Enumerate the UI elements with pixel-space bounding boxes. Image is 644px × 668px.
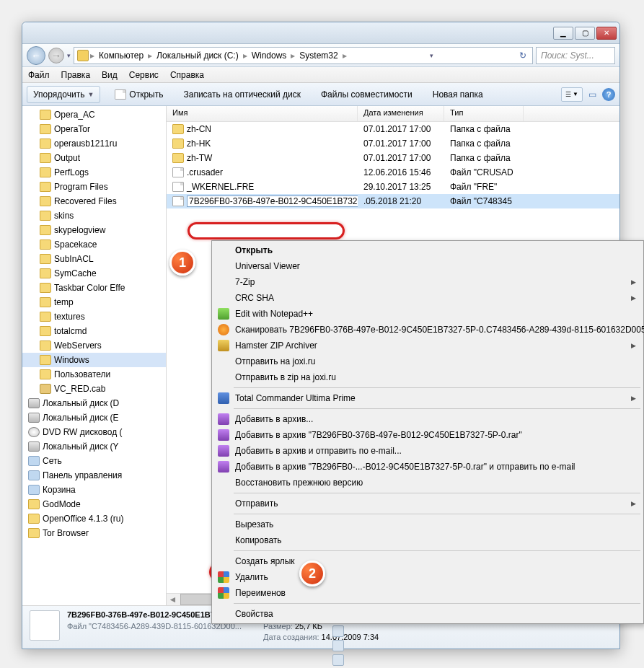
context-menu: ОткрытьUniversal Viewer7-Zip▶CRC SHA▶Edi… (211, 240, 644, 624)
context-menu-item[interactable]: 7-Zip▶ (213, 274, 642, 290)
organize-button[interactable]: Упорядочить▼ (27, 86, 100, 103)
file-name: _WKERNEL.FRE (187, 182, 254, 192)
help-button[interactable]: ? (602, 88, 615, 101)
col-name[interactable]: Имя (167, 106, 358, 121)
menu-edit[interactable]: Правка (61, 70, 91, 80)
context-menu-item[interactable]: Отправить на joxi.ru (213, 353, 642, 369)
tree-item[interactable]: skypelogview (22, 223, 166, 237)
tree-item[interactable]: DVD RW дисковод ( (22, 425, 166, 439)
file-row[interactable]: zh-CN07.01.2017 17:00Папка с файла (167, 122, 619, 136)
context-menu-item[interactable]: Открыть (213, 242, 642, 258)
nav-bar: ← → ▾ ▸ Компьютер ▸ Локальный диск (C:) … (22, 44, 619, 67)
file-row[interactable]: zh-TW07.01.2017 17:00Папка с файла (167, 151, 619, 165)
tree-item[interactable]: OpenOffice 4.1.3 (ru) (22, 511, 166, 526)
tree-item[interactable]: PerfLogs (22, 165, 166, 180)
context-menu-item[interactable]: Добавить в архив "7B296FB0-376B-497e-B01… (213, 427, 642, 443)
tree-item[interactable]: Opera_AC (22, 107, 166, 122)
breadcrumb-item[interactable]: Компьютер (96, 50, 146, 61)
context-menu-item[interactable]: Добавить в архив и отправить по e-mail..… (213, 443, 642, 459)
search-input[interactable]: Поиск: Syst... (536, 47, 615, 64)
newfolder-button[interactable]: Новая папка (427, 87, 489, 102)
back-button[interactable]: ← (27, 46, 45, 65)
view-mode-button[interactable]: ☰▼ (561, 87, 583, 102)
tree-item[interactable]: WebServers (22, 338, 166, 353)
file-row[interactable]: 7B296FB0-376B-497e-B012-9C450E1B732....0… (167, 194, 619, 208)
menu-help[interactable]: Справка (170, 70, 204, 80)
tree-item[interactable]: SubInACL (22, 252, 166, 266)
file-row[interactable]: zh-HK07.01.2017 17:00Папка с файла (167, 136, 619, 151)
breadcrumb-item[interactable]: Локальный диск (C:) (154, 50, 242, 61)
breadcrumb-dropdown[interactable]: ▾ (430, 52, 433, 59)
tree-item[interactable]: Локальный диск (E (22, 410, 166, 425)
col-type[interactable]: Тип (444, 106, 524, 121)
scroll-left-button[interactable]: ◄ (167, 594, 179, 605)
context-menu-item[interactable]: Свойства (213, 606, 642, 622)
context-menu-item[interactable]: Universal Viewer (213, 258, 642, 274)
menu-item-label: Добавить в архив и отправить по e-mail..… (235, 446, 402, 456)
tree-item[interactable]: Tor Browser (22, 526, 166, 540)
context-menu-item[interactable]: Hamster ZIP Archiver▶ (213, 338, 642, 353)
context-menu-item[interactable]: Вырезать (213, 517, 642, 532)
tree-item[interactable]: Локальный диск (D (22, 396, 166, 410)
context-menu-item[interactable]: Восстановить прежнюю версию (213, 475, 642, 491)
compat-button[interactable]: Файлы совместимости (315, 87, 418, 102)
forward-button[interactable]: → (48, 48, 64, 63)
breadcrumb[interactable]: ▸ Компьютер ▸ Локальный диск (C:) ▸ Wind… (74, 47, 533, 64)
tree-item[interactable]: Сеть (22, 454, 166, 468)
rar-icon (218, 413, 229, 425)
folder-icon (40, 211, 51, 221)
minimize-button[interactable]: ▁ (553, 27, 573, 40)
tree-item[interactable]: Output (22, 151, 166, 165)
tree-item[interactable]: OperaTor (22, 122, 166, 136)
context-menu-item[interactable]: Добавить в архив... (213, 411, 642, 427)
open-button[interactable]: Открыть (109, 87, 169, 102)
menu-view[interactable]: Вид (102, 70, 118, 80)
folder-icon (40, 239, 51, 250)
col-date[interactable]: Дата изменения (358, 106, 444, 121)
tree-item[interactable]: GodMode (22, 497, 166, 511)
net-icon (28, 485, 40, 495)
nav-history-dropdown[interactable]: ▾ (67, 52, 71, 59)
tree-item[interactable]: Taskbar Color Effe (22, 281, 166, 295)
tree-item[interactable]: totalcmd (22, 324, 166, 338)
folder-tree[interactable]: Opera_ACOperaToroperausb1211ruOutputPerf… (22, 106, 167, 605)
context-menu-item[interactable]: Total Commander Ultima Prime▶ (213, 390, 642, 406)
tree-item[interactable]: Корзина (22, 483, 166, 497)
menu-file[interactable]: Файл (28, 70, 50, 80)
tree-item[interactable]: skins (22, 208, 166, 223)
maximize-button[interactable]: ▢ (575, 27, 595, 40)
breadcrumb-item[interactable]: Windows (249, 50, 290, 61)
tree-item[interactable]: Пользователи (22, 367, 166, 382)
tree-item[interactable]: Панель управления (22, 468, 166, 483)
context-menu-item[interactable]: Отправить в zip на joxi.ru (213, 369, 642, 385)
preview-pane-button[interactable]: ▭ (588, 89, 596, 100)
tree-item[interactable]: Spacekace (22, 237, 166, 252)
tree-item[interactable]: textures (22, 309, 166, 324)
context-menu-item[interactable]: Edit with Notepad++ (213, 306, 642, 322)
tree-item[interactable]: Windows (22, 353, 166, 367)
burn-button[interactable]: Записать на оптический диск (177, 87, 306, 102)
refresh-button[interactable]: ↻ (516, 50, 529, 61)
context-menu-item[interactable]: Создать ярлык (213, 553, 642, 569)
menu-tools[interactable]: Сервис (129, 70, 159, 80)
tree-item[interactable]: temp (22, 295, 166, 309)
context-menu-item[interactable]: Отправить▶ (213, 496, 642, 511)
context-menu-item[interactable]: Добавить в архив "7B296FB0-...-B012-9C45… (213, 459, 642, 475)
file-row[interactable]: _WKERNEL.FRE29.10.2017 13:25Файл "FRE" (167, 180, 619, 194)
tree-item[interactable]: operausb1211ru (22, 136, 166, 151)
context-menu-item[interactable]: Переименов (213, 585, 642, 601)
tree-item[interactable]: Recovered Files (22, 194, 166, 208)
submenu-arrow-icon: ▶ (631, 278, 636, 286)
file-row[interactable]: .crusader12.06.2016 15:46Файл "CRUSAD (167, 165, 619, 180)
context-menu-item[interactable]: Копировать (213, 532, 642, 548)
context-menu-item[interactable]: CRC SHA▶ (213, 290, 642, 306)
breadcrumb-item[interactable]: System32 (296, 50, 340, 61)
tree-item[interactable]: Program Files (22, 180, 166, 194)
close-button[interactable]: ✕ (596, 27, 617, 40)
tree-item[interactable]: Локальный диск (Y (22, 439, 166, 454)
context-menu-item[interactable]: Удалить (213, 569, 642, 585)
chevron-right-icon: ▸ (243, 50, 247, 61)
tree-item[interactable]: SymCache (22, 266, 166, 281)
tree-item[interactable]: VC_RED.cab (22, 382, 166, 396)
context-menu-item[interactable]: Сканировать 7B296FB0-376B-497e-B012-9C45… (213, 322, 642, 338)
